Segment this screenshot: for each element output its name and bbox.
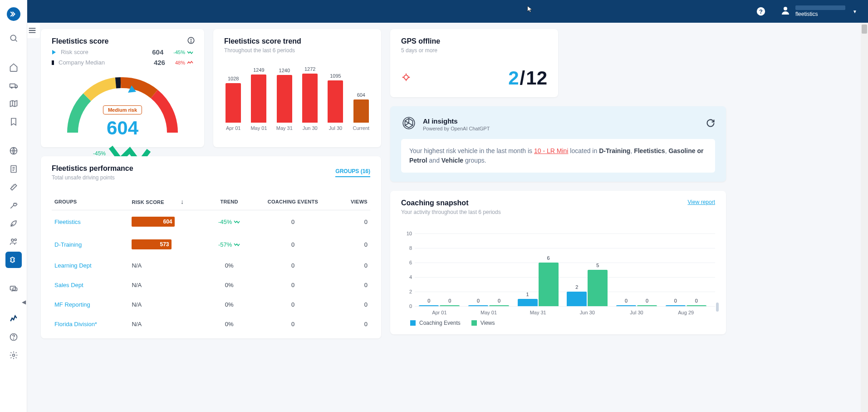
risk-score-label: Risk score	[61, 49, 147, 55]
puzzle-icon[interactable]	[5, 252, 22, 268]
coaching-bar-chart: 0246810000016250000Apr 01May 01May 31Jun…	[415, 224, 715, 315]
mouse-cursor	[526, 5, 534, 15]
svg-point-12	[12, 354, 15, 357]
group-link[interactable]: MF Reporting	[54, 301, 90, 308]
table-row: Learning DeptN/A0%00	[52, 256, 370, 275]
median-label: Company Median	[59, 59, 149, 66]
trend-bar-chart: 1028Apr 011249May 011240May 311272Jun 30…	[224, 63, 370, 131]
home-icon[interactable]	[5, 59, 22, 75]
ai-vehicle-link[interactable]: 10 - LR Mini	[534, 147, 568, 154]
legend-swatch-green	[471, 320, 477, 326]
table-row: Sales DeptN/A0%00	[52, 275, 370, 295]
gps-ratio: 2 / 12	[508, 67, 547, 89]
vehicle-icon[interactable]	[5, 77, 22, 94]
topbar-help-icon[interactable]: ?	[755, 6, 766, 17]
chart-scroll-handle[interactable]	[716, 303, 719, 312]
col-trend[interactable]: TREND	[202, 194, 256, 210]
coaching-snapshot-card: Coaching snapshot Your activity througho…	[390, 191, 726, 334]
table-row: Fleetistics604-45% 00	[52, 210, 370, 233]
info-icon[interactable]	[187, 36, 195, 46]
ruler-icon[interactable]	[5, 179, 22, 195]
svg-point-7	[15, 239, 16, 241]
svg-point-11	[13, 339, 14, 339]
gauge-chart: Medium risk 604 -45%	[64, 74, 181, 137]
legend-swatch-blue	[410, 320, 416, 326]
col-risk-score[interactable]: RISK SCORE↓	[129, 194, 201, 210]
col-events[interactable]: COACHING EVENTS	[256, 194, 329, 210]
risk-badge: Medium risk	[103, 105, 142, 114]
main-content: Fleetistics score Risk score 604 -45% Co…	[27, 23, 868, 412]
trend-bar: 1095Jul 30	[326, 73, 344, 131]
trend-bar: 1249May 01	[250, 67, 268, 131]
hamburger-button[interactable]	[27, 23, 40, 38]
coach-title: Coaching snapshot	[401, 199, 501, 207]
svg-point-19	[404, 75, 408, 79]
user-name-redacted	[795, 5, 845, 10]
trend-bar: 1028Apr 01	[224, 76, 242, 131]
trend-bar: 1272Jun 30	[301, 66, 319, 131]
col-views[interactable]: VIEWS	[329, 194, 370, 210]
coach-sub: Your activity throughout the last 6 peri…	[401, 209, 501, 215]
user-name-block: fleetistics	[795, 5, 845, 17]
table-row: D-Training573-57% 00	[52, 233, 370, 256]
gps-sep: /	[520, 67, 525, 89]
performance-card: Fleetistics performance Total unsafe dri…	[41, 156, 381, 338]
target-icon	[401, 72, 411, 84]
ai-insight-text: Your highest risk vehicle in the last mo…	[401, 139, 715, 173]
risk-score-indicator-icon	[52, 50, 56, 55]
sort-descending-icon: ↓	[181, 198, 184, 205]
bookmark-icon[interactable]	[5, 114, 22, 130]
gps-sub: 5 days or more	[401, 47, 547, 54]
group-link[interactable]: Fleetistics	[54, 218, 81, 225]
table-row: Florida Division*N/A0%00	[52, 314, 370, 334]
gps-denom: 12	[526, 67, 547, 89]
gps-numerator: 2	[508, 67, 519, 89]
rail-collapse-caret[interactable]: ◀	[22, 299, 26, 305]
analytics-icon[interactable]	[5, 311, 22, 327]
sidebar-expand-button[interactable]	[7, 7, 20, 21]
group-link[interactable]: D-Training	[54, 241, 82, 248]
chat-icon[interactable]	[5, 281, 22, 297]
risk-score-pct: -45%	[173, 50, 193, 55]
gear-icon[interactable]	[5, 347, 22, 363]
ai-title: AI insights	[423, 117, 490, 125]
user-org-label: fleetistics	[795, 11, 845, 17]
ai-insights-card: AI insights Powered by OpenAI ChatGPT Yo…	[390, 106, 726, 182]
gps-title: GPS offline	[401, 37, 547, 45]
perf-title: Fleetistics performance	[52, 164, 133, 173]
search-icon[interactable]	[5, 30, 22, 46]
refresh-icon[interactable]	[706, 119, 715, 129]
perf-sub: Total unsafe driving points	[52, 174, 133, 181]
users-icon[interactable]	[5, 233, 22, 250]
view-report-link[interactable]: View report	[688, 199, 715, 205]
groups-tab-link[interactable]: GROUPS (16)	[335, 168, 370, 177]
topbar: ? fleetistics ▼	[27, 0, 868, 23]
user-menu[interactable]: fleetistics ▼	[780, 5, 857, 18]
col-groups[interactable]: GROUPS	[52, 194, 129, 210]
group-link[interactable]: Learning Dept	[54, 262, 92, 269]
trend-sub: Throughout the last 6 periods	[224, 47, 370, 54]
svg-text:?: ?	[759, 8, 763, 15]
map-icon[interactable]	[5, 95, 22, 112]
svg-point-17	[191, 42, 191, 42]
legend-label-events: Coaching Events	[419, 320, 461, 326]
globe-icon[interactable]	[5, 143, 22, 159]
score-trend-card: Fleetistics score trend Throughout the l…	[213, 29, 381, 147]
median-pct: 48%	[175, 60, 193, 65]
leaf-icon[interactable]	[5, 215, 22, 232]
gps-offline-card: GPS offline 5 days or more 2 / 12	[390, 29, 558, 97]
group-link[interactable]: Sales Dept	[54, 282, 83, 288]
risk-score-value: 604	[152, 48, 163, 56]
table-row: MF ReportingN/A0%00	[52, 295, 370, 314]
median-value: 426	[154, 59, 165, 66]
wrench-icon[interactable]	[5, 197, 22, 213]
svg-point-6	[11, 239, 14, 241]
median-indicator-icon	[52, 60, 54, 65]
score-card: Fleetistics score Risk score 604 -45% Co…	[41, 29, 204, 147]
performance-table: GROUPS RISK SCORE↓ TREND COACHING EVENTS…	[52, 194, 370, 334]
group-link[interactable]: Florida Division*	[54, 321, 97, 328]
trend-bar: 1240May 31	[275, 68, 294, 131]
legend-label-views: Views	[481, 320, 495, 326]
help-icon[interactable]	[5, 329, 22, 345]
report-icon[interactable]	[5, 161, 22, 177]
